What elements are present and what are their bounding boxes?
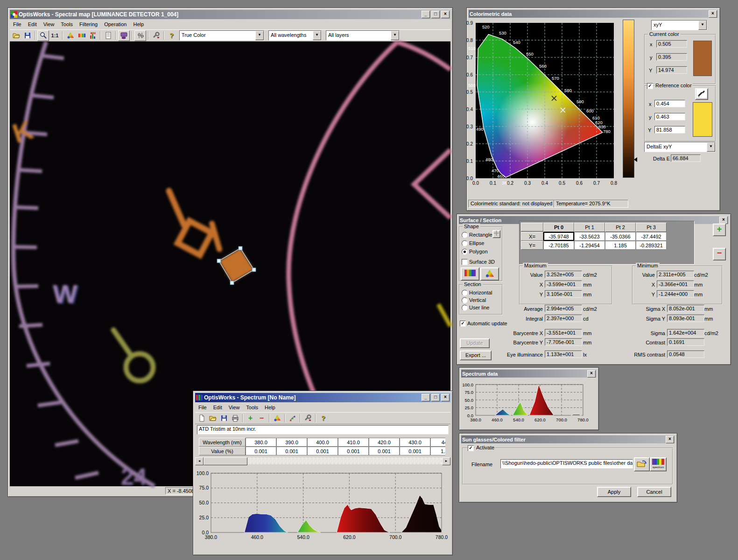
table-cell[interactable]: 440 — [430, 438, 445, 447]
cancel-button[interactable]: Cancel — [637, 487, 671, 497]
spectral-map-titlebar[interactable]: OptisWorks - Spectral map [LUMINANCE DET… — [10, 10, 450, 19]
detector-button[interactable] — [118, 30, 130, 41]
help-button[interactable]: ? — [318, 413, 329, 423]
menu-item-file[interactable]: File — [195, 404, 210, 411]
cie-diagram-button[interactable] — [272, 413, 282, 423]
save-button[interactable] — [22, 31, 33, 41]
luminance-gradient-bar[interactable] — [623, 20, 634, 178]
surface-3d-checkbox[interactable] — [462, 259, 468, 265]
table-cell[interactable]: 0.001 — [246, 447, 276, 455]
close-button[interactable]: × — [719, 217, 728, 224]
menu-item-view[interactable]: View — [40, 21, 58, 28]
scroll-right-icon[interactable]: ► — [442, 457, 450, 465]
menu-item-operation[interactable]: Operation — [101, 21, 130, 28]
table-cell[interactable]: 0.001 — [307, 447, 338, 455]
points-value-cell[interactable]: 1.185 — [605, 241, 636, 250]
remove-point-button[interactable]: − — [713, 248, 726, 260]
zoom-1to1-button[interactable]: 1:1 — [49, 31, 60, 41]
gradient-marker-icon[interactable] — [634, 157, 637, 162]
points-value-cell[interactable]: -35.0366 — [605, 232, 636, 241]
close-button[interactable]: × — [709, 10, 717, 18]
scroll-left-icon[interactable]: ◄ — [195, 457, 204, 465]
radio-horizontal[interactable] — [462, 290, 468, 296]
remove-button[interactable]: − — [256, 413, 267, 423]
wavelengths-combo[interactable]: All wavelengths ▼ — [268, 30, 322, 41]
reference-Y-field[interactable]: 81.858 — [654, 126, 685, 133]
selection-handle[interactable] — [252, 268, 256, 272]
spectrum-file-button[interactable]: spectrum — [650, 457, 667, 471]
close-button[interactable]: × — [441, 11, 450, 18]
radio-vertical[interactable] — [462, 297, 468, 303]
spectrum-titlebar[interactable]: OptisWorks - Spectrum [No Name] _ □ × — [195, 393, 450, 402]
menu-item-edit[interactable]: Edit — [25, 21, 40, 28]
cie-chromaticity-chart[interactable]: 5205305405505605705805906006106206307805… — [476, 23, 614, 178]
points-header-cell[interactable]: Pt 1 — [574, 223, 605, 232]
points-header-cell[interactable]: X= — [521, 232, 543, 241]
color-space-combo[interactable]: xyY ▼ — [651, 20, 707, 30]
open-button[interactable] — [11, 31, 21, 41]
color-bars-button[interactable] — [76, 31, 87, 41]
delta-mode-combo[interactable]: DeltaE xyY ▼ — [644, 142, 716, 152]
browse-folder-button[interactable] — [634, 457, 650, 471]
table-cell[interactable]: 0.001 — [400, 447, 430, 455]
minimize-button[interactable]: _ — [422, 11, 430, 18]
menu-item-help[interactable]: Help — [261, 404, 279, 411]
menu-item-tools[interactable]: Tools — [57, 21, 76, 28]
measure-tools-button[interactable] — [302, 413, 313, 423]
eyedropper-button[interactable] — [695, 88, 708, 100]
report-button[interactable] — [103, 31, 113, 41]
menu-item-help[interactable]: Help — [130, 21, 147, 28]
apply-button[interactable]: Apply — [597, 487, 631, 497]
radio-polygon[interactable] — [462, 249, 468, 255]
points-header-cell[interactable]: Pt 3 — [636, 223, 667, 232]
menu-item-view[interactable]: View — [225, 404, 243, 411]
measure-tools-button[interactable] — [151, 31, 162, 41]
save-button[interactable] — [218, 413, 229, 423]
points-value-cell[interactable]: -2.70185 — [543, 241, 574, 250]
chevron-down-icon[interactable]: ▼ — [313, 31, 321, 40]
chevron-down-icon[interactable]: ▼ — [255, 31, 264, 40]
new-button[interactable] — [196, 413, 207, 423]
help-button[interactable]: ? — [166, 31, 177, 41]
table-cell[interactable]: 430.0 — [400, 438, 430, 447]
close-button[interactable]: × — [441, 394, 450, 401]
edit-pen-button[interactable] — [287, 413, 298, 423]
selection-handle[interactable] — [239, 246, 242, 250]
close-button[interactable]: × — [666, 436, 674, 443]
radio-ellipse[interactable] — [462, 240, 468, 246]
table-cell[interactable]: 380.0 — [246, 438, 276, 447]
table-cell[interactable]: 400.0 — [307, 438, 338, 447]
display-mode-combo[interactable]: True Color ▼ — [179, 30, 264, 41]
radio-user-line[interactable] — [462, 305, 468, 311]
print-button[interactable] — [230, 413, 240, 423]
points-header-cell[interactable] — [521, 223, 543, 231]
spectrum-view-button[interactable] — [461, 267, 479, 280]
radio-rectangle[interactable] — [462, 232, 468, 238]
scroll-thumb[interactable] — [204, 457, 247, 465]
menu-item-filtering[interactable]: Filtering — [76, 21, 101, 28]
points-header-cell[interactable]: Pt 0 — [543, 223, 574, 232]
points-value-cell[interactable]: -37.4492 — [636, 232, 667, 241]
open-button[interactable] — [207, 413, 218, 423]
table-cell[interactable]: 420.0 — [369, 438, 400, 447]
layers-combo[interactable]: All layers ▼ — [326, 30, 400, 41]
points-header-cell[interactable]: Pt 2 — [605, 223, 636, 232]
sunglasses-titlebar[interactable]: Sun glasses/Colored filter × — [461, 435, 675, 443]
close-button[interactable]: × — [587, 370, 596, 378]
maximize-button[interactable]: □ — [431, 394, 440, 401]
table-cell[interactable]: 0.001 — [276, 447, 307, 455]
add-point-button[interactable]: + — [713, 224, 726, 236]
colorimetric-titlebar[interactable]: Colorimetric data × — [469, 10, 718, 18]
move-shape-button[interactable] — [492, 230, 500, 238]
max-display-button[interactable]: MAX — [87, 31, 98, 41]
spectrum-name-input[interactable]: ATD Tristim at 10nm incr. — [197, 425, 449, 434]
update-button[interactable]: Update — [460, 338, 490, 348]
zoom-button[interactable] — [37, 30, 49, 41]
table-cell[interactable]: 0.001 — [338, 447, 369, 455]
points-value-cell[interactable]: -1.29454 — [574, 241, 605, 250]
activate-checkbox[interactable]: ✓ — [468, 445, 474, 451]
chevron-down-icon[interactable]: ▼ — [391, 31, 399, 40]
chevron-down-icon[interactable]: ▼ — [707, 142, 715, 152]
selection-handle[interactable] — [217, 259, 221, 263]
automatic-update-checkbox[interactable]: ✓ — [460, 321, 466, 327]
